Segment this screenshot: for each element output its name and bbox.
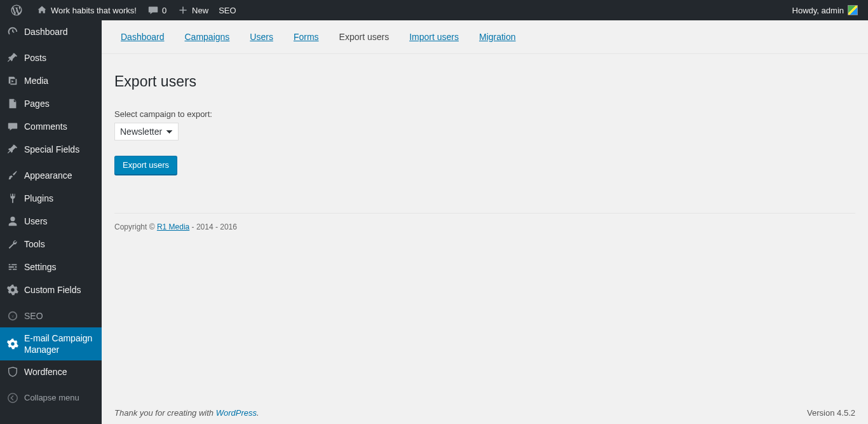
plug-icon bbox=[6, 192, 19, 205]
sidebar-item-label: Media bbox=[24, 75, 97, 86]
admin-bar: Work habits that works! 0 New SEO Howdy,… bbox=[0, 0, 868, 20]
sidebar-item-label: Appearance bbox=[24, 170, 97, 181]
user-icon bbox=[6, 215, 19, 228]
svg-text:Y: Y bbox=[11, 315, 14, 318]
plugin-footer: Copyright © R1 Media - 2014 - 2016 bbox=[114, 213, 855, 240]
wordpress-link[interactable]: WordPress bbox=[216, 408, 257, 418]
sidebar-item-users[interactable]: Users bbox=[0, 210, 102, 233]
comments-count: 0 bbox=[162, 6, 166, 15]
collapse-menu-label: Collapse menu bbox=[24, 392, 97, 404]
tab-export-users[interactable]: Export users bbox=[339, 32, 390, 42]
campaign-select-label: Select campaign to export: bbox=[114, 109, 855, 119]
seo-label: SEO bbox=[219, 6, 236, 15]
wp-logo[interactable] bbox=[5, 0, 31, 20]
new-label: New bbox=[192, 6, 208, 15]
sidebar-item-label: SEO bbox=[24, 310, 97, 322]
sidebar-item-label: Posts bbox=[24, 52, 97, 64]
sidebar-item-special-fields[interactable]: Special Fields bbox=[0, 138, 102, 161]
sidebar-item-settings[interactable]: Settings bbox=[0, 256, 102, 278]
tab-import-users[interactable]: Import users bbox=[409, 32, 459, 42]
sidebar-item-label: Custom Fields bbox=[24, 284, 97, 296]
pin-icon bbox=[6, 51, 19, 64]
footer-suffix: . bbox=[257, 408, 259, 418]
page-icon bbox=[6, 97, 19, 110]
sidebar-item-label: Dashboard bbox=[24, 26, 97, 38]
copyright-suffix: - 2014 - 2016 bbox=[189, 222, 237, 231]
tab-users[interactable]: Users bbox=[250, 32, 273, 42]
sidebar-item-pages[interactable]: Pages bbox=[0, 92, 102, 115]
seo-icon: Y bbox=[6, 310, 19, 322]
howdy-text: Howdy, admin bbox=[792, 6, 844, 15]
svg-point-2 bbox=[8, 393, 17, 402]
export-users-button[interactable]: Export users bbox=[114, 156, 177, 175]
sidebar-item-tools[interactable]: Tools bbox=[0, 233, 102, 256]
new-content-link[interactable]: New bbox=[172, 0, 214, 20]
seo-link[interactable]: SEO bbox=[214, 0, 241, 20]
home-icon bbox=[36, 4, 48, 17]
brush-icon bbox=[6, 169, 19, 182]
footer-thank-you-prefix: Thank you for creating with bbox=[114, 408, 216, 418]
sidebar-item-wordfence[interactable]: Wordfence bbox=[0, 360, 102, 383]
sidebar-item-label: Plugins bbox=[24, 193, 97, 204]
sidebar-item-dashboard[interactable]: Dashboard bbox=[0, 20, 102, 43]
r1-media-link[interactable]: R1 Media bbox=[157, 222, 189, 231]
pin-icon bbox=[6, 143, 19, 156]
sidebar-item-label: Tools bbox=[24, 238, 97, 250]
sidebar-item-label: Settings bbox=[24, 261, 97, 273]
tab-dashboard[interactable]: Dashboard bbox=[121, 32, 165, 42]
site-name-link[interactable]: Work habits that works! bbox=[31, 0, 142, 20]
sidebar-item-posts[interactable]: Posts bbox=[0, 46, 102, 69]
sidebar-item-email-campaign-manager[interactable]: E-mail Campaign Manager bbox=[0, 327, 102, 360]
dashboard-icon bbox=[6, 25, 19, 38]
wordpress-icon bbox=[10, 4, 23, 17]
main-content: Dashboard Campaigns Users Forms Export u… bbox=[102, 20, 868, 424]
tab-campaigns[interactable]: Campaigns bbox=[185, 32, 230, 42]
tab-forms[interactable]: Forms bbox=[294, 32, 319, 42]
shield-icon bbox=[6, 366, 19, 378]
avatar bbox=[848, 5, 858, 15]
sidebar-item-label: Wordfence bbox=[24, 366, 97, 378]
tab-migration[interactable]: Migration bbox=[479, 32, 516, 42]
sidebar-item-label: Special Fields bbox=[24, 144, 97, 155]
sidebar-item-label: Users bbox=[24, 215, 97, 227]
page-title: Export users bbox=[114, 60, 855, 109]
comment-icon bbox=[147, 4, 159, 17]
comments-link[interactable]: 0 bbox=[142, 0, 172, 20]
wp-version: Version 4.5.2 bbox=[807, 408, 855, 418]
sidebar-item-label: Pages bbox=[24, 98, 97, 109]
sidebar-item-custom-fields[interactable]: Custom Fields bbox=[0, 278, 102, 301]
copyright-prefix: Copyright © bbox=[114, 222, 157, 231]
sliders-icon bbox=[6, 261, 19, 273]
site-title: Work habits that works! bbox=[51, 6, 137, 15]
admin-sidebar: Dashboard Posts Media Pages Comments Spe… bbox=[0, 20, 102, 424]
collapse-icon bbox=[6, 392, 19, 404]
sidebar-item-media[interactable]: Media bbox=[0, 69, 102, 92]
wp-footer: Thank you for creating with WordPress. V… bbox=[114, 408, 855, 418]
plus-icon bbox=[177, 4, 189, 17]
collapse-menu-button[interactable]: Collapse menu bbox=[0, 386, 102, 409]
plugin-tabs: Dashboard Campaigns Users Forms Export u… bbox=[102, 20, 868, 54]
sidebar-item-seo[interactable]: Y SEO bbox=[0, 304, 102, 327]
comment-icon bbox=[6, 120, 19, 133]
sidebar-item-appearance[interactable]: Appearance bbox=[0, 164, 102, 187]
my-account-link[interactable]: Howdy, admin bbox=[787, 0, 863, 20]
media-icon bbox=[6, 74, 19, 87]
gear-icon bbox=[6, 284, 19, 296]
sidebar-item-label: Comments bbox=[24, 121, 97, 132]
wrench-icon bbox=[6, 238, 19, 250]
gear-icon bbox=[6, 338, 19, 350]
sidebar-item-comments[interactable]: Comments bbox=[0, 115, 102, 138]
sidebar-item-plugins[interactable]: Plugins bbox=[0, 187, 102, 210]
campaign-select[interactable]: Newsletter bbox=[114, 123, 179, 140]
sidebar-item-label: E-mail Campaign Manager bbox=[24, 332, 97, 355]
